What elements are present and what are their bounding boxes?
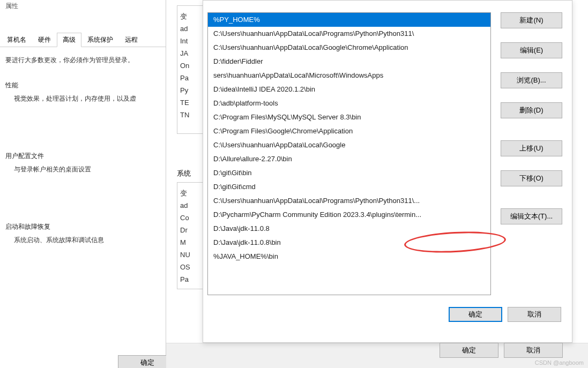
tab-computer-name[interactable]: 算机名: [1, 33, 32, 47]
path-item[interactable]: D:\Pycharm\PyCharm Community Edition 202…: [208, 208, 490, 222]
browse-button[interactable]: 浏览(B)...: [501, 72, 562, 88]
recovery-title: 启动和故障恢复: [5, 222, 160, 231]
path-item[interactable]: C:\Users\huanhuan\AppData\Local\Google: [208, 138, 490, 152]
path-item[interactable]: D:\idea\IntelliJ IDEA 2020.1.2\bin: [208, 82, 490, 96]
tab-hardware[interactable]: 硬件: [32, 33, 57, 47]
list-item[interactable]: ad: [180, 22, 200, 35]
list-item[interactable]: P: [180, 286, 200, 289]
tab-advanced[interactable]: 高级: [57, 33, 81, 47]
user-profile-desc: 与登录帐户相关的桌面设置: [14, 165, 160, 174]
path-listbox[interactable]: %PY_HOME% C:\Users\huanhuan\AppData\Loca…: [207, 12, 491, 295]
list-item[interactable]: Pa: [180, 72, 200, 84]
list-item[interactable]: 变: [180, 10, 200, 22]
movedown-button[interactable]: 下移(O): [501, 170, 562, 186]
path-item[interactable]: D:\git\Git\bin: [208, 166, 490, 180]
edit-path-dialog: %PY_HOME% C:\Users\huanhuan\AppData\Loca…: [203, 0, 572, 343]
list-item[interactable]: Dr: [180, 224, 200, 236]
moveup-button[interactable]: 上移(U): [501, 140, 562, 156]
path-ok-button[interactable]: 确定: [449, 307, 502, 322]
edit-button[interactable]: 编辑(E): [501, 42, 562, 58]
list-item[interactable]: On: [180, 59, 200, 72]
list-item[interactable]: TE: [180, 96, 200, 109]
path-item[interactable]: C:\Program Files\Google\Chrome\Applicati…: [208, 124, 490, 138]
list-item[interactable]: M: [180, 236, 200, 249]
path-item[interactable]: C:\Users\huanhuan\AppData\Local\Google\C…: [208, 41, 490, 55]
performance-desc: 视觉效果，处理器计划，内存使用，以及虚: [14, 94, 160, 103]
list-item[interactable]: JA: [180, 47, 200, 59]
list-item[interactable]: Py: [180, 84, 200, 96]
path-item[interactable]: D:\Allure\allure-2.27.0\bin: [208, 152, 490, 166]
performance-title: 性能: [5, 81, 160, 90]
list-item[interactable]: 变: [180, 187, 200, 199]
path-cancel-button[interactable]: 取消: [508, 307, 561, 322]
path-item[interactable]: D:\git\Git\cmd: [208, 180, 490, 194]
system-vars-label: 系统: [177, 169, 191, 178]
user-profile-title: 用户配置文件: [5, 152, 160, 161]
envvars-footer: 确定 取消: [440, 343, 563, 358]
path-item[interactable]: D:\Java\jdk-11.0.8: [208, 222, 490, 236]
user-vars-list-partial: 变 ad Int JA On Pa Py TE TN: [177, 5, 204, 134]
system-properties-panel: 属性 算机名 硬件 高级 系统保护 远程 要进行大多数更改，你必须作为管理员登录…: [0, 0, 166, 368]
delete-button[interactable]: 删除(D): [501, 102, 562, 118]
list-item[interactable]: Pa: [180, 273, 200, 286]
path-item[interactable]: C:\Program Files\MySQL\MySQL Server 8.3\…: [208, 110, 490, 124]
path-item[interactable]: D:\Java\jdk-11.0.8\bin: [208, 236, 490, 250]
list-item[interactable]: Int: [180, 35, 200, 47]
list-item[interactable]: Co: [180, 212, 200, 224]
system-vars-list-partial: 变 ad Co Dr M NU OS Pa P: [177, 182, 204, 289]
list-item[interactable]: ad: [180, 199, 200, 212]
tab-remote[interactable]: 远程: [119, 33, 144, 47]
path-item[interactable]: D:\adb\platform-tools: [208, 96, 490, 110]
new-button[interactable]: 新建(N): [501, 12, 562, 28]
tab-system-protection[interactable]: 系统保护: [81, 33, 119, 47]
admin-message: 要进行大多数更改，你必须作为管理员登录。: [5, 56, 160, 65]
path-item[interactable]: C:\Users\huanhuan\AppData\Local\Programs…: [208, 194, 490, 208]
path-item[interactable]: D:\fidder\Fiddler: [208, 55, 490, 69]
envvars-cancel-button[interactable]: 取消: [504, 343, 563, 358]
edittext-button[interactable]: 编辑文本(T)...: [501, 208, 562, 224]
recovery-desc: 系统启动、系统故障和调试信息: [14, 236, 160, 245]
path-item[interactable]: C:\Users\huanhuan\AppData\Local\Programs…: [208, 27, 490, 41]
path-item-java-home[interactable]: %JAVA_HOME%\bin: [208, 250, 490, 264]
dialog-title: 属性: [0, 0, 166, 11]
list-item[interactable]: NU: [180, 249, 200, 261]
path-item[interactable]: %PY_HOME%: [208, 13, 490, 27]
envvars-ok-button[interactable]: 确定: [440, 343, 498, 358]
list-item[interactable]: TN: [180, 109, 200, 121]
tabs-bar: 算机名 硬件 高级 系统保护 远程: [0, 32, 166, 47]
list-item[interactable]: OS: [180, 261, 200, 273]
path-item[interactable]: sers\huanhuan\AppData\Local\Microsoft\Wi…: [208, 69, 490, 82]
